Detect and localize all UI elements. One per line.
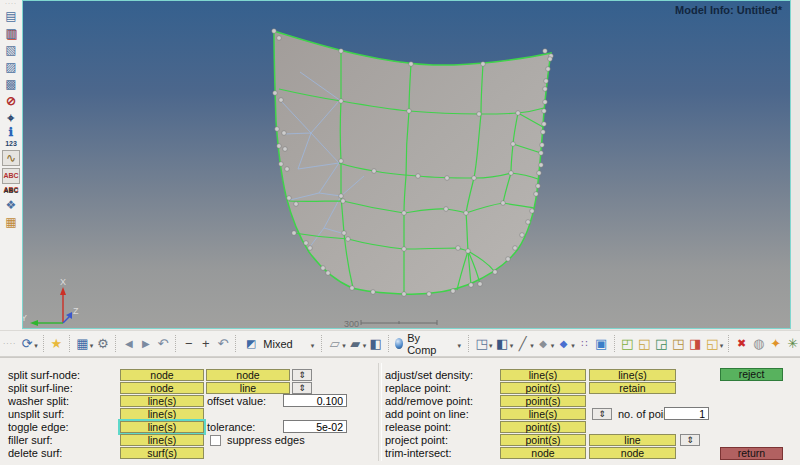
feature-lines-caret-icon[interactable]: ▾ [530, 342, 534, 350]
project-point-target-button[interactable]: line [589, 434, 676, 446]
return-button[interactable]: return [720, 447, 783, 460]
section-cut-icon[interactable]: ▦ [2, 214, 20, 229]
adjust-density-entity2-button[interactable]: line(s) [589, 369, 676, 381]
favorites-star-icon[interactable]: ★ [48, 334, 65, 353]
offset-value-label: offset value: [207, 395, 266, 407]
label-panel-icon[interactable]: ABC [2, 168, 20, 184]
trim-intersect-entity2-button[interactable]: node [589, 447, 676, 459]
view-rotate-icon[interactable]: ⟳ [18, 334, 35, 353]
project-point-entity-button[interactable]: point(s) [500, 434, 586, 446]
unsplit-surf-entity-button[interactable]: line(s) [120, 408, 204, 420]
split-surf-line-entity1-button[interactable]: node [120, 382, 204, 394]
panels-grid-icon[interactable]: ▦ [74, 334, 91, 353]
color-mode-sphere-icon [395, 338, 403, 349]
delete-surf-entity-button[interactable]: surf(s) [120, 447, 204, 459]
color-mode-combo[interactable]: By Comp ▾ [393, 332, 464, 356]
numbers-123-icon[interactable]: 123 [2, 139, 20, 148]
selector-mode-caret-icon[interactable]: ▾ [311, 342, 315, 350]
geom-wireframe-caret-icon[interactable]: ▾ [342, 342, 346, 350]
reset-zoom-icon[interactable]: ↶ [214, 334, 231, 353]
hood-surface[interactable] [274, 31, 551, 294]
geom-edit-panel: split surf-node: node node ⇕ split surf-… [0, 357, 800, 465]
find-binoculars-icon[interactable]: ⌖ [2, 110, 20, 125]
project-point-spinner[interactable]: ⇕ [680, 434, 700, 446]
offset-value-input[interactable] [283, 394, 347, 407]
entity-state-icon[interactable]: ⊘ [2, 93, 20, 108]
delete-entity-icon[interactable]: ✖ [733, 334, 750, 353]
curve-plot-panel-icon[interactable]: ∿ [2, 150, 20, 166]
views-icon[interactable]: ▩ [2, 76, 20, 91]
zoom-in-icon[interactable]: + [197, 334, 214, 353]
toolbar-grip-handle[interactable]: ···· [5, 1, 17, 6]
adjust-density-entity1-button[interactable]: line(s) [500, 369, 586, 381]
project-point-label: project point: [385, 434, 448, 446]
restore-view-icon[interactable]: ↶ [154, 334, 171, 353]
panel-divider [378, 363, 382, 461]
replace-point-entity-button[interactable]: point(s) [500, 382, 586, 394]
add-remove-point-entity-button[interactable]: point(s) [500, 395, 586, 407]
no-of-points-input[interactable] [664, 407, 709, 420]
tolerance-label: tolerance: [207, 421, 255, 433]
viewport-3d[interactable]: X Y Z 300 Model Info: Untitled* [22, 0, 791, 329]
elem-thickness-caret-icon[interactable]: ▾ [571, 342, 575, 350]
unmask-adjacent-icon[interactable]: ◱ [636, 334, 653, 353]
handle-dots-icon[interactable]: ∷ [576, 334, 593, 353]
selector-mode-combo[interactable]: ◩ Mixed ▾ [240, 334, 317, 353]
session-panel-icon[interactable]: ▤ [2, 8, 20, 23]
replace-point-retain-button[interactable]: retain [589, 382, 676, 394]
tolerance-input[interactable] [283, 420, 347, 433]
prev-view-icon[interactable]: ◀ [120, 334, 137, 353]
elem-quality-icon[interactable]: ◆ [535, 334, 552, 353]
split-surf-node-entity2-button[interactable]: node [206, 369, 290, 381]
view-toolbar-grip[interactable]: ···· [3, 340, 16, 347]
highlight-clear-icon[interactable]: ✦ [767, 334, 784, 353]
organize-icon[interactable]: ▨ [2, 59, 20, 74]
split-surf-node-spinner[interactable]: ⇕ [292, 369, 312, 381]
add-point-on-line-spinner[interactable]: ⇕ [592, 408, 612, 420]
elem-wireframe-icon[interactable]: ◳ [473, 334, 490, 353]
suppress-edges-checkbox[interactable] [210, 435, 221, 446]
import-icon[interactable]: ▥ [2, 25, 20, 40]
find-entities-icon[interactable]: ◨ [687, 334, 704, 353]
measure-tool-icon[interactable]: ⚙ [94, 334, 111, 353]
panels-grid-caret-icon[interactable]: ▾ [90, 342, 94, 350]
assembly-blocks-icon[interactable]: ❖ [2, 197, 20, 212]
split-surf-line-entity2-button[interactable]: line [206, 382, 290, 394]
washer-split-entity-button[interactable]: line(s) [120, 395, 204, 407]
mask-reverse-icon[interactable]: ◳ [670, 334, 687, 353]
temp-nodes-icon[interactable]: ◍ [750, 334, 767, 353]
next-view-icon[interactable]: ▶ [137, 334, 154, 353]
trim-intersect-entity1-button[interactable]: node [500, 447, 586, 459]
viewport-canvas[interactable]: X Y Z 300 [23, 1, 790, 328]
abc-ruler-icon[interactable]: ABC [2, 186, 20, 195]
feature-lines-icon[interactable]: ╱ [514, 334, 531, 353]
spherical-clip-icon[interactable]: ◱ [704, 334, 721, 353]
elem-thickness-icon[interactable]: ◆ [555, 334, 572, 353]
release-point-entity-button[interactable]: point(s) [500, 421, 586, 433]
split-surf-line-spinner[interactable]: ⇕ [292, 382, 312, 394]
unmask-all-icon[interactable]: ◲ [653, 334, 670, 353]
geom-shaded-caret-icon[interactable]: ▾ [363, 342, 367, 350]
elem-shaded-icon[interactable]: ◧ [494, 334, 511, 353]
filler-surf-entity-button[interactable]: line(s) [120, 434, 204, 446]
model-tree-icon[interactable]: ✳ [784, 334, 800, 353]
geom-wireframe-icon[interactable]: ▱ [326, 334, 343, 353]
export-icon[interactable]: ▧ [2, 42, 20, 57]
spherical-clip-caret-icon[interactable]: ▾ [720, 342, 724, 350]
split-surf-node-entity1-button[interactable]: node [120, 369, 204, 381]
toggle-edge-entity-button[interactable]: line(s) [120, 421, 204, 433]
elem-shaded-caret-icon[interactable]: ▾ [510, 342, 514, 350]
elem-wireframe-caret-icon[interactable]: ▾ [489, 342, 493, 350]
mask-icon[interactable]: ◰ [619, 334, 636, 353]
geom-shaded-icon[interactable]: ▰ [347, 334, 364, 353]
add-point-on-line-entity-button[interactable]: line(s) [500, 408, 586, 420]
zoom-out-icon[interactable]: − [180, 334, 197, 353]
display-monitor-icon[interactable]: ▣ [593, 334, 610, 353]
view-rotate-caret-icon[interactable]: ▾ [34, 342, 38, 350]
geom-solid-icon[interactable]: ◧ [367, 334, 384, 353]
info-icon[interactable]: ℹ [2, 127, 20, 137]
elem-quality-caret-icon[interactable]: ▾ [551, 342, 555, 350]
reject-button[interactable]: reject [720, 368, 783, 381]
color-mode-caret-icon[interactable]: ▾ [458, 342, 462, 350]
view-toolbar: ···· ⟳ ▾ ★ ▦ ▾ ⚙ ◀ ▶ ↶ − + ↶ ◩ Mixed ▾ ▱… [0, 330, 800, 357]
